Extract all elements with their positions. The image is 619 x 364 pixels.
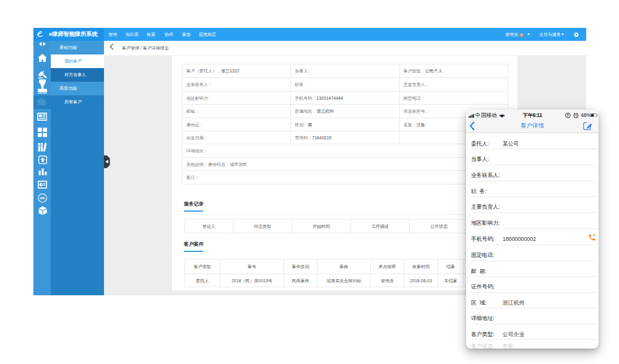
svg-text:HR: HR <box>40 196 45 200</box>
